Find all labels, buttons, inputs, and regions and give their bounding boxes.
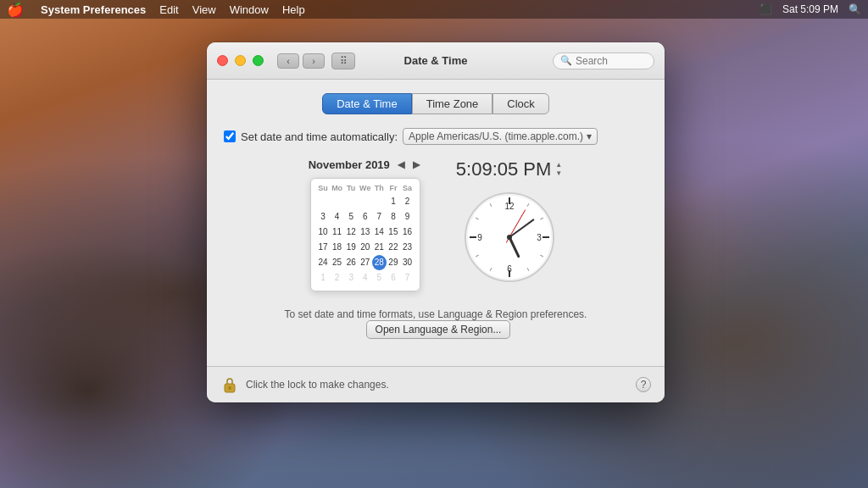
tabs: Date & Time Time Zone Clock — [224, 93, 648, 114]
time-stepper[interactable]: ▲ ▼ — [554, 161, 563, 178]
cal-day-2-5[interactable]: 15 — [387, 225, 401, 240]
svg-text:9: 9 — [477, 233, 482, 242]
cal-day-3-6[interactable]: 23 — [400, 240, 415, 255]
apple-menu[interactable]: 🍎 — [7, 2, 24, 18]
cal-day-4-3[interactable]: 27 — [358, 255, 372, 270]
cal-day-0-0[interactable] — [316, 194, 331, 209]
auto-time-checkbox[interactable] — [224, 130, 236, 142]
close-button[interactable] — [217, 55, 228, 66]
lock-area[interactable]: Click the lock to make changes. — [220, 375, 389, 394]
minimize-button[interactable] — [235, 55, 246, 66]
svg-text:12: 12 — [505, 202, 515, 211]
time-display: 5:09:05 PM ▲ ▼ — [456, 158, 563, 180]
search-box[interactable]: 🔍 — [553, 53, 654, 69]
bottom-bar: Click the lock to make changes. ? — [207, 366, 665, 402]
cal-day-5-5[interactable]: 6 — [387, 270, 401, 286]
calendar-body: 1234567891011121314151617181920212223242… — [316, 194, 415, 286]
calendar-week-3: 17181920212223 — [316, 240, 415, 255]
cal-day-4-1[interactable]: 25 — [330, 255, 344, 270]
cal-day-3-5[interactable]: 22 — [387, 240, 401, 255]
next-month-button[interactable]: ▶ — [410, 158, 422, 171]
window-title: Date & Time — [404, 54, 468, 67]
window-buttons — [217, 55, 264, 66]
tab-time-zone[interactable]: Time Zone — [412, 93, 493, 114]
menubar-left: 🍎 System Preferences Edit View Window He… — [7, 2, 760, 18]
all-prefs-button[interactable]: ⠿ — [331, 53, 355, 69]
cal-day-5-1[interactable]: 2 — [330, 270, 344, 286]
calendar-week-4: 24252627282930 — [316, 255, 415, 270]
cal-day-1-1[interactable]: 4 — [330, 209, 344, 225]
cal-day-0-1[interactable] — [330, 194, 344, 209]
cal-day-4-5[interactable]: 29 — [387, 255, 401, 270]
day-header-su: Su — [316, 184, 331, 192]
cal-day-3-3[interactable]: 20 — [358, 240, 372, 255]
cal-day-5-2[interactable]: 3 — [344, 270, 359, 286]
cal-day-3-0[interactable]: 17 — [316, 240, 331, 255]
maximize-button[interactable] — [253, 55, 264, 66]
preferences-window: ‹ › ⠿ Date & Time 🔍 Date & Time Time Zon… — [207, 42, 665, 402]
menubar-right: ⬛ Sat 5:09 PM 🔍 — [760, 3, 861, 15]
cal-day-0-2[interactable] — [344, 194, 359, 209]
content-area: Date & Time Time Zone Clock Set date and… — [207, 80, 665, 366]
cal-day-1-2[interactable]: 5 — [344, 209, 359, 225]
calendar-container: November 2019 ◀ ▶ Su Mo Tu We Th Fr Sa — [309, 158, 422, 291]
cal-day-3-4[interactable]: 21 — [372, 240, 387, 255]
cal-day-4-4[interactable]: 28 — [372, 255, 387, 270]
cal-day-2-4[interactable]: 14 — [372, 225, 387, 240]
screen-share-icon: ⬛ — [760, 3, 772, 15]
month-selector: November 2019 ◀ ▶ — [309, 158, 422, 171]
search-input[interactable] — [576, 55, 652, 67]
open-language-region-button[interactable]: Open Language & Region... — [366, 320, 511, 339]
time-server-dropdown[interactable]: Apple Americas/U.S. (time.apple.com.) ▾ — [403, 128, 598, 145]
lock-icon — [220, 375, 239, 394]
cal-day-2-2[interactable]: 12 — [344, 225, 359, 240]
cal-day-3-1[interactable]: 18 — [330, 240, 344, 255]
cal-day-1-3[interactable]: 6 — [358, 209, 372, 225]
svg-rect-23 — [229, 386, 231, 390]
cal-day-5-4[interactable]: 5 — [372, 270, 387, 286]
cal-day-0-4[interactable] — [372, 194, 387, 209]
tab-clock[interactable]: Clock — [492, 93, 549, 114]
edit-menu[interactable]: Edit — [159, 3, 178, 16]
cal-day-5-6[interactable]: 7 — [400, 270, 415, 286]
cal-day-4-0[interactable]: 24 — [316, 255, 331, 270]
prev-month-button[interactable]: ◀ — [395, 158, 407, 171]
cal-day-1-5[interactable]: 8 — [387, 209, 401, 225]
window-menu[interactable]: Window — [230, 3, 269, 16]
view-menu[interactable]: View — [192, 3, 216, 16]
back-button[interactable]: ‹ — [277, 53, 299, 69]
cal-day-0-3[interactable] — [358, 194, 372, 209]
app-name-menu[interactable]: System Preferences — [41, 3, 146, 16]
cal-day-1-6[interactable]: 9 — [400, 209, 415, 225]
analog-clock: 12 3 6 9 — [463, 191, 556, 284]
footer-description: To set date and time formats, use Langua… — [285, 308, 587, 320]
cal-day-5-0[interactable]: 1 — [316, 270, 331, 286]
tab-date-time[interactable]: Date & Time — [322, 93, 412, 114]
cal-day-2-0[interactable]: 10 — [316, 225, 331, 240]
auto-time-label: Set date and time automatically: — [241, 130, 398, 143]
day-header-mo: Mo — [330, 184, 344, 192]
search-icon: 🔍 — [560, 55, 572, 66]
help-menu[interactable]: Help — [282, 3, 305, 16]
spotlight-icon[interactable]: 🔍 — [849, 3, 861, 15]
cal-day-3-2[interactable]: 19 — [344, 240, 359, 255]
cal-day-2-3[interactable]: 13 — [358, 225, 372, 240]
help-button[interactable]: ? — [636, 377, 651, 392]
menubar-time: Sat 5:09 PM — [782, 3, 838, 15]
lock-text: Click the lock to make changes. — [246, 379, 389, 391]
cal-day-4-6[interactable]: 30 — [400, 255, 415, 270]
time-stepper-down[interactable]: ▼ — [554, 169, 563, 178]
cal-day-4-2[interactable]: 26 — [344, 255, 359, 270]
time-container: 5:09:05 PM ▲ ▼ — [456, 158, 563, 284]
cal-day-2-6[interactable]: 16 — [400, 225, 415, 240]
cal-day-0-6[interactable]: 2 — [400, 194, 415, 209]
calendar-week-5: 1234567 — [316, 270, 415, 286]
cal-day-1-0[interactable]: 3 — [316, 209, 331, 225]
forward-button[interactable]: › — [303, 53, 325, 69]
cal-day-2-1[interactable]: 11 — [330, 225, 344, 240]
month-arrows: ◀ ▶ — [395, 158, 422, 171]
cal-day-5-3[interactable]: 4 — [358, 270, 372, 286]
cal-day-1-4[interactable]: 7 — [372, 209, 387, 225]
time-stepper-up[interactable]: ▲ — [554, 161, 563, 169]
cal-day-0-5[interactable]: 1 — [387, 194, 401, 209]
